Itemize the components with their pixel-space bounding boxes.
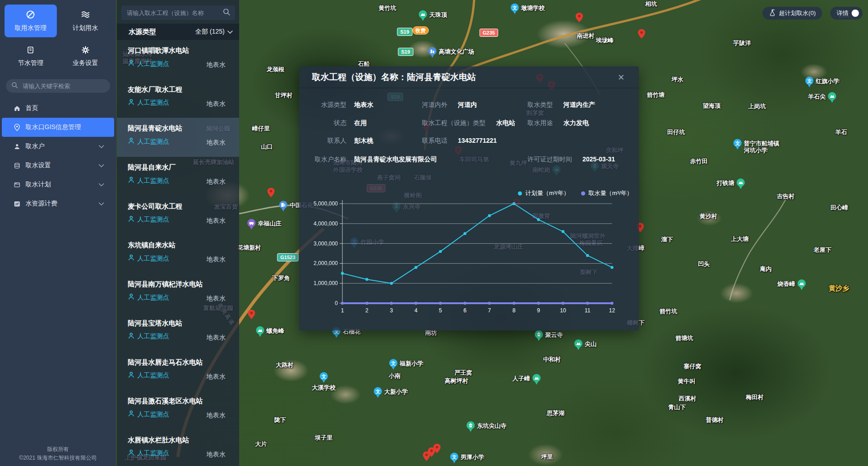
sidebar-item-label: 取水口GIS信息管理	[25, 123, 81, 131]
mountain-marker-icon[interactable]: 烧香嶂	[797, 279, 806, 291]
map-place-label: 陇下	[274, 416, 286, 423]
water-type: 地表水	[206, 256, 226, 264]
red-pin-icon[interactable]	[423, 451, 430, 463]
mountain-marker-icon[interactable]: 尖山	[574, 339, 583, 351]
field-value: 2025-03-31	[582, 155, 615, 163]
map-place-label: 嶂仔里	[252, 125, 270, 132]
mountain-marker-icon[interactable]: 螺角峰	[256, 326, 265, 337]
field-label: 取水工程（设施）类型	[422, 119, 486, 126]
sidebar-search-input[interactable]	[22, 82, 105, 90]
svg-text:6: 6	[463, 307, 467, 314]
school-marker-icon[interactable]: 文大溪学校	[319, 372, 328, 383]
sidebar: 取用水管理计划用水节水管理业务设置 首页取水口GIS信息管理取水户取水设置取水计…	[0, 0, 116, 466]
map-marker-label: 天珠顶	[429, 11, 447, 18]
station-name: 陆河县激石溪老区水电站	[128, 397, 239, 406]
culture-marker-icon[interactable]: 高塘文化广场	[428, 47, 437, 58]
station-list-item[interactable]: 陆河县自来水厂人工监测点地表水	[117, 157, 239, 196]
station-list-item[interactable]: 陆河县激石溪老区水电站人工监测点地表水	[117, 391, 239, 430]
map-place-label: 下罗角	[272, 275, 290, 281]
school-marker-icon[interactable]: 文男潭小学	[450, 452, 459, 464]
field-value: 河道内	[458, 101, 477, 108]
svg-text:文: 文	[321, 374, 326, 379]
school-marker-icon[interactable]: 文普宁市船埔镇 河坑小学	[733, 139, 742, 150]
mountain-marker-icon[interactable]: 天珠顶	[418, 10, 427, 21]
field-value: 在用	[354, 119, 367, 126]
sidebar-item-label: 取水户	[25, 142, 45, 150]
app-button-2[interactable]: 计划用水	[60, 5, 112, 37]
station-name: 陆河县自来水厂	[128, 163, 239, 172]
sidebar-item-1[interactable]: 首页	[2, 99, 114, 118]
station-list-item[interactable]: 陆河县水唇走马石水电站人工监测点地表水	[117, 352, 239, 391]
map-marker-label: 高塘文化广场	[439, 48, 474, 55]
station-list-item[interactable]: 友能水厂取水工程人工监测点地表水	[117, 79, 239, 118]
station-list-item[interactable]: 陆河县南万镇杞洋水电站人工监测点地表水	[117, 274, 239, 313]
temple-marker-icon[interactable]: 东坑尖山寺	[466, 421, 475, 432]
svg-text:2,000,000: 2,000,000	[314, 260, 338, 266]
sidebar-item-label: 取水计划	[25, 180, 51, 189]
filter-label: 水源类型	[129, 28, 156, 36]
sidebar-item-4[interactable]: 取水设置	[2, 156, 114, 175]
map-place-label: 普德村	[706, 416, 724, 423]
station-list-item[interactable]: 东坑镇自来水站人工监测点地表水	[117, 235, 239, 274]
map-place-label: 上岗坑	[748, 103, 766, 110]
filter-dropdown[interactable]: 全部 (125)	[195, 28, 233, 36]
detail-toggle[interactable]: 详情	[830, 7, 863, 20]
field-label: 取水户名称	[306, 155, 346, 164]
mountain-marker-icon[interactable]: 打铁塘	[736, 178, 745, 190]
red-pin-icon[interactable]	[576, 13, 583, 24]
mountain-marker-icon[interactable]: 羊石尖	[828, 92, 837, 103]
app-button-1[interactable]: 取用水管理	[5, 5, 57, 37]
station-list-item[interactable]: 麦卡公司取水工程人工监测点地表水	[117, 196, 239, 235]
svg-text:文: 文	[376, 389, 381, 394]
map-place-label: 严王窝	[455, 369, 472, 376]
station-list-item[interactable]: 水唇镇水栏肚水电站人工监测点地表水	[117, 430, 239, 466]
station-list-item[interactable]: 陆河县青碇水电站人工监测点地表水	[117, 118, 239, 157]
map-place-label: 黄沙村	[700, 213, 717, 220]
red-pin-icon[interactable]	[267, 188, 275, 199]
mountain-marker-icon[interactable]: 人子嶂	[532, 374, 541, 385]
svg-text:文: 文	[391, 361, 396, 366]
school-marker-icon[interactable]: 文墩塘学校	[510, 3, 519, 15]
red-pin-icon[interactable]	[638, 29, 645, 40]
school-marker-icon[interactable]: 文福新小学	[389, 359, 398, 370]
app-button-3[interactable]: 节水管理	[5, 40, 57, 73]
svg-text:9: 9	[537, 307, 540, 314]
station-name: 陆河县宝塔水电站	[128, 319, 239, 328]
map-place-label: 黄竹坑	[379, 5, 396, 11]
monitor-tag: 人工监测点	[137, 371, 169, 380]
notebook-icon	[26, 46, 35, 55]
field-value: 河道内生产	[563, 101, 595, 108]
map-place-label: 老屋下	[814, 246, 832, 253]
map-place-label: 思茅湖	[547, 410, 565, 416]
map-place-label: 龙颈根	[267, 66, 285, 73]
waves-icon	[80, 10, 90, 20]
red-pin-icon[interactable]	[248, 310, 255, 321]
over-plan-intake-button[interactable]: 超计划取水(0)	[763, 7, 822, 20]
sidebar-item-2[interactable]: 取水口GIS信息管理	[2, 118, 114, 137]
sidebar-item-5[interactable]: 取水计划	[2, 175, 114, 194]
sidebar-item-6[interactable]: 水资源计费	[2, 194, 114, 213]
station-list-item[interactable]: 陆河县宝塔水电站人工监测点地表水	[117, 313, 239, 352]
map-marker-label: 烧香嶂	[778, 281, 795, 287]
school-marker-icon[interactable]: 文红旗小学	[805, 76, 814, 88]
app-label: 计划用水	[73, 24, 98, 32]
school-marker-icon[interactable]: 文大新小学	[373, 387, 382, 398]
app-button-4[interactable]: 业务设置	[60, 40, 112, 73]
station-search-input[interactable]	[126, 9, 223, 17]
flask-icon	[769, 9, 776, 18]
sidebar-item-3[interactable]: 取水户	[2, 137, 114, 156]
field-row: 取水工程（设施）类型水电站	[422, 119, 515, 127]
sidebar-item-label: 首页	[25, 104, 38, 112]
water-type: 地表水	[206, 451, 226, 459]
red-pin-icon[interactable]	[433, 444, 441, 455]
station-list-item[interactable]: 河口镇唱歌潭水电站人工监测点地表水	[117, 40, 239, 79]
map-marker-label: 大新小学	[384, 388, 408, 395]
resort-marker-icon[interactable]: 幸福山庄	[247, 219, 256, 230]
road-badge: S19	[398, 48, 413, 56]
temple-marker-icon[interactable]: 聚云寺	[534, 330, 543, 341]
map-place-label: 羊石	[835, 129, 847, 135]
chevron-down-icon	[99, 162, 104, 169]
search-icon[interactable]	[223, 8, 231, 18]
petrol-marker-icon[interactable]: 中国石化	[279, 200, 288, 212]
map-marker-label: 墩塘学校	[521, 5, 545, 11]
